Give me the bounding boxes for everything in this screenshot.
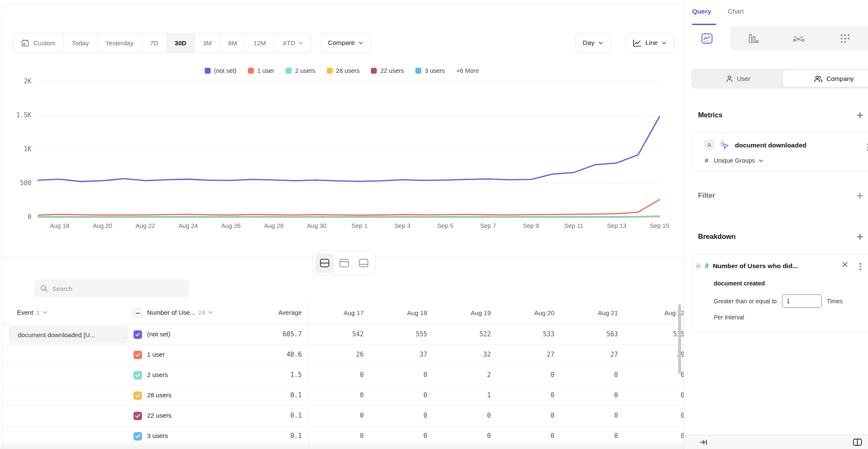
- plus-icon: [857, 192, 863, 199]
- event-click-icon: [720, 141, 729, 150]
- legend-item[interactable]: 3 users: [415, 67, 445, 74]
- series-checkbox[interactable]: [134, 432, 142, 441]
- range-30d[interactable]: 30D: [166, 33, 195, 52]
- breakdown-section-header: Breakdown: [698, 233, 863, 241]
- date-value-cell: 563: [573, 330, 637, 338]
- line-chart-icon: [633, 39, 642, 47]
- legend-item[interactable]: 28 users: [327, 67, 360, 74]
- series-checkbox[interactable]: [134, 371, 142, 380]
- date-value-cell: 0: [446, 432, 510, 440]
- metric-row: A document downloaded: [704, 140, 807, 150]
- side-panel-toggle-button[interactable]: [853, 438, 862, 446]
- chart-type-bar-tab[interactable]: [730, 26, 776, 50]
- breakdown-card[interactable]: # Number of Users who did... document cr…: [692, 254, 868, 332]
- series-checkbox[interactable]: [134, 330, 142, 339]
- layout-chart-view-button[interactable]: [335, 253, 353, 273]
- add-filter-button[interactable]: [857, 192, 863, 199]
- range-6m[interactable]: 6M: [220, 33, 245, 52]
- chart-type-flow-tab[interactable]: [776, 26, 822, 50]
- legend-item[interactable]: 1 user: [248, 67, 274, 74]
- date-value-cell: 542: [319, 330, 383, 338]
- range-xtd[interactable]: XTD: [274, 33, 311, 52]
- x-axis-label: Sep 9: [523, 222, 539, 229]
- chart-type-dropdown[interactable]: Line: [625, 33, 674, 53]
- x-axis-label: Sep 5: [437, 222, 453, 229]
- date-value-cell: 0: [446, 412, 510, 419]
- legend-item[interactable]: (not set): [205, 67, 236, 74]
- range-today[interactable]: Today: [64, 33, 97, 52]
- date-value-cell: 26: [319, 351, 383, 358]
- add-metric-button[interactable]: [857, 112, 863, 119]
- measure-dropdown[interactable]: Unique Groups: [714, 157, 763, 164]
- metric-card[interactable]: A document downloaded # Unique Groups: [692, 132, 868, 171]
- layout-toggle-group: [313, 251, 376, 275]
- range-12m[interactable]: 12M: [245, 33, 274, 52]
- metric-measure-row: # Unique Groups: [705, 157, 763, 164]
- chart-type-line-tab[interactable]: [684, 26, 730, 50]
- query-panel: Query Chart: [684, 0, 868, 449]
- search-input[interactable]: [52, 285, 171, 292]
- chevron-down-icon: [662, 42, 666, 44]
- x-axis-label: Sep 13: [607, 222, 626, 229]
- table-row: document downloaded [U...(not set)605.75…: [0, 324, 684, 345]
- range-7d[interactable]: 7D: [142, 33, 166, 52]
- date-value-cell: 0: [319, 412, 383, 419]
- chart-type-more-tab[interactable]: [822, 26, 868, 50]
- chevron-down-icon: [43, 311, 47, 314]
- legend-more-link[interactable]: +6 More: [456, 67, 479, 74]
- check-icon: [135, 394, 140, 398]
- legend-swatch: [415, 68, 421, 74]
- date-column-header: Aug 21: [573, 309, 637, 316]
- y-axis-label: 1K: [24, 145, 31, 153]
- hash-icon: #: [705, 157, 708, 164]
- date-value-cell: 533: [510, 330, 573, 338]
- x-axis-label: Sep 15: [650, 222, 669, 229]
- date-range-group: Custom Today Yesterday 7D 30D 3M 6M 12M …: [13, 33, 312, 53]
- date-values: 542555522533563535: [319, 330, 684, 338]
- column-divider: [309, 302, 309, 449]
- range-custom[interactable]: Custom: [13, 33, 64, 52]
- series-checkbox[interactable]: [134, 391, 142, 400]
- toggle-company[interactable]: Company: [783, 70, 868, 87]
- select-all-checkbox[interactable]: [134, 309, 142, 317]
- event-name-cell[interactable]: document downloaded [U...: [8, 326, 128, 344]
- date-value-cell: 27: [573, 351, 637, 358]
- series-checkbox[interactable]: [134, 351, 142, 359]
- layout-split-view-button[interactable]: [315, 253, 334, 273]
- remove-breakdown-button[interactable]: [842, 261, 848, 269]
- interval-dropdown[interactable]: Day: [575, 33, 611, 53]
- average-value: 605.7: [237, 330, 302, 338]
- toggle-user[interactable]: User: [693, 70, 783, 87]
- event-column-header[interactable]: Event 1: [17, 309, 47, 316]
- check-icon: [135, 333, 140, 337]
- table-header: Event 1 Number of Use... 24 Average Aug …: [0, 302, 684, 324]
- table-scrollbar[interactable]: [678, 304, 681, 374]
- chevron-down-icon: [759, 159, 763, 162]
- condition-value-input[interactable]: [782, 294, 822, 308]
- tab-chart[interactable]: Chart: [728, 8, 744, 15]
- breakdown-event-name: document created: [714, 280, 765, 287]
- series-checkbox[interactable]: [134, 412, 142, 420]
- series-line-1 user[interactable]: [38, 200, 659, 215]
- add-breakdown-button[interactable]: [857, 233, 863, 240]
- legend-item[interactable]: 2 users: [286, 67, 315, 74]
- group-column-header[interactable]: Number of Use... 24: [147, 309, 213, 316]
- breakdown-title: Breakdown: [698, 233, 736, 241]
- user-icon: [726, 75, 733, 83]
- top-pane-icon: [339, 258, 349, 268]
- breakdown-options-button[interactable]: [860, 263, 861, 270]
- series-label: 22 users: [147, 412, 172, 419]
- collapse-panel-button[interactable]: [699, 438, 708, 446]
- series-line-2 users[interactable]: [38, 216, 659, 217]
- range-3m[interactable]: 3M: [195, 33, 220, 52]
- legend-item[interactable]: 22 users: [371, 67, 404, 74]
- range-yesterday[interactable]: Yesterday: [97, 33, 142, 52]
- average-value: 40.6: [237, 351, 302, 358]
- layout-table-view-button[interactable]: [354, 253, 373, 273]
- tab-query[interactable]: Query: [692, 8, 711, 15]
- compare-button[interactable]: Compare: [320, 33, 371, 53]
- date-value-cell: 0: [319, 371, 383, 379]
- close-icon: [842, 261, 848, 268]
- line-chart[interactable]: 2K1.5K1K5000Aug 18Aug 20Aug 22Aug 24Aug …: [0, 76, 684, 232]
- drag-handle-icon[interactable]: [696, 264, 701, 269]
